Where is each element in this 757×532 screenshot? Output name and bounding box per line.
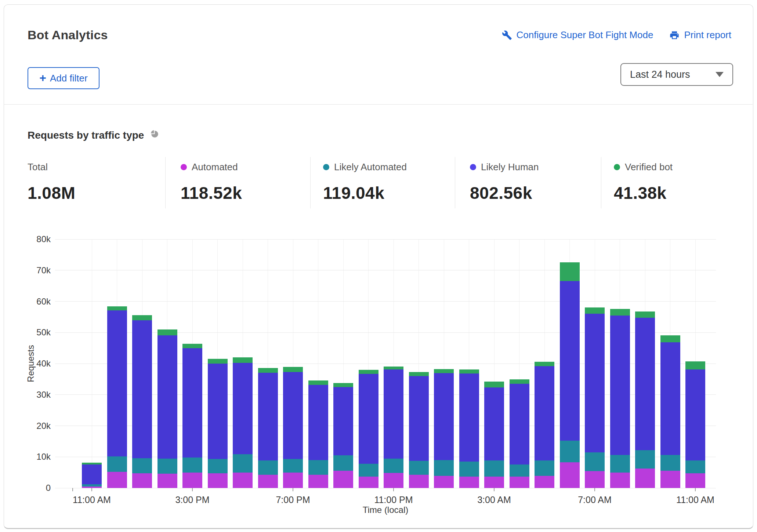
- bar-10-segment-verified-bot[interactable]: [333, 383, 353, 387]
- bar-24-segment-likely-human[interactable]: [685, 369, 705, 460]
- configure-super-bot-fight-mode-link[interactable]: Configure Super Bot Fight Mode: [502, 29, 653, 41]
- bar-0-segment-verified-bot[interactable]: [82, 463, 102, 464]
- bar-16-segment-verified-bot[interactable]: [484, 382, 504, 387]
- bar-24-segment-verified-bot[interactable]: [685, 361, 705, 369]
- bar-11-segment-likely-automated[interactable]: [359, 464, 378, 477]
- bar-6-segment-verified-bot[interactable]: [233, 357, 253, 363]
- bar-4-segment-likely-human[interactable]: [182, 348, 202, 458]
- stat-verified-bot[interactable]: Verified bot41.38k: [614, 161, 673, 203]
- bar-23-segment-likely-automated[interactable]: [660, 455, 680, 470]
- bar-16-segment-likely-automated[interactable]: [484, 460, 504, 477]
- bar-11-segment-verified-bot[interactable]: [359, 370, 378, 374]
- bar-10-segment-likely-human[interactable]: [333, 387, 353, 455]
- bar-2-segment-likely-automated[interactable]: [132, 458, 152, 474]
- stat-automated[interactable]: Automated118.52k: [181, 161, 242, 203]
- bar-23-segment-likely-human[interactable]: [660, 342, 680, 455]
- bar-7-segment-likely-automated[interactable]: [258, 460, 278, 474]
- bar-3-segment-automated[interactable]: [157, 474, 177, 488]
- bar-15-segment-verified-bot[interactable]: [459, 369, 479, 374]
- bar-5-segment-verified-bot[interactable]: [208, 359, 228, 364]
- bar-22-segment-verified-bot[interactable]: [635, 311, 655, 318]
- bar-9-segment-likely-automated[interactable]: [308, 460, 328, 475]
- time-range-dropdown[interactable]: Last 24 hours: [620, 63, 733, 86]
- bar-10-segment-automated[interactable]: [333, 471, 353, 488]
- bar-12-segment-automated[interactable]: [384, 473, 403, 488]
- bar-5-segment-likely-automated[interactable]: [208, 459, 228, 473]
- bar-5-segment-automated[interactable]: [208, 473, 228, 488]
- bar-1-segment-likely-human[interactable]: [107, 310, 127, 456]
- bar-13-segment-verified-bot[interactable]: [409, 372, 429, 376]
- bar-15-segment-likely-human[interactable]: [459, 374, 479, 462]
- bar-1-segment-verified-bot[interactable]: [107, 306, 127, 310]
- bar-12-segment-likely-human[interactable]: [384, 369, 403, 459]
- bar-12-segment-likely-automated[interactable]: [384, 459, 403, 473]
- bar-4-segment-verified-bot[interactable]: [182, 344, 202, 348]
- bar-3-segment-verified-bot[interactable]: [157, 329, 177, 335]
- bar-0-segment-likely-automated[interactable]: [82, 484, 102, 487]
- bar-4-segment-automated[interactable]: [182, 473, 202, 488]
- bar-11-segment-likely-human[interactable]: [359, 374, 378, 464]
- bar-9-segment-likely-human[interactable]: [308, 385, 328, 460]
- bar-21-segment-automated[interactable]: [610, 473, 630, 488]
- bar-20-segment-likely-human[interactable]: [585, 314, 605, 453]
- bar-21-segment-likely-automated[interactable]: [610, 455, 630, 473]
- bar-13-segment-likely-automated[interactable]: [409, 461, 429, 475]
- bar-18-segment-automated[interactable]: [535, 476, 554, 488]
- bar-7-segment-likely-human[interactable]: [258, 373, 278, 460]
- bar-20-segment-automated[interactable]: [585, 471, 605, 488]
- bar-17-segment-likely-human[interactable]: [510, 384, 529, 464]
- bar-6-segment-likely-human[interactable]: [233, 363, 253, 454]
- bar-9-segment-automated[interactable]: [308, 475, 328, 488]
- bar-14-segment-likely-human[interactable]: [434, 373, 454, 460]
- bar-23-segment-automated[interactable]: [660, 471, 680, 488]
- bar-19-segment-verified-bot[interactable]: [560, 262, 580, 281]
- bar-21-segment-likely-human[interactable]: [610, 316, 630, 455]
- bar-1-segment-automated[interactable]: [107, 472, 127, 488]
- bar-20-segment-verified-bot[interactable]: [585, 307, 605, 314]
- bar-7-segment-verified-bot[interactable]: [258, 368, 278, 373]
- bar-18-segment-likely-human[interactable]: [535, 366, 554, 461]
- bar-8-segment-likely-automated[interactable]: [283, 459, 303, 473]
- bar-6-segment-likely-automated[interactable]: [233, 454, 253, 472]
- bar-4-segment-likely-automated[interactable]: [182, 458, 202, 473]
- bar-2-segment-likely-human[interactable]: [132, 320, 152, 458]
- bar-24-segment-automated[interactable]: [685, 473, 705, 488]
- bar-5-segment-likely-human[interactable]: [208, 364, 228, 459]
- bar-21-segment-verified-bot[interactable]: [610, 309, 630, 316]
- bar-7-segment-automated[interactable]: [258, 475, 278, 488]
- bar-17-segment-automated[interactable]: [510, 477, 529, 488]
- bar-13-segment-automated[interactable]: [409, 475, 429, 488]
- stat-likely-automated[interactable]: Likely Automated119.04k: [323, 161, 407, 203]
- add-filter-button[interactable]: + Add filter: [28, 67, 99, 89]
- bar-22-segment-automated[interactable]: [635, 469, 655, 488]
- bar-2-segment-automated[interactable]: [132, 473, 152, 488]
- bar-14-segment-verified-bot[interactable]: [434, 369, 454, 373]
- bar-14-segment-automated[interactable]: [434, 476, 454, 488]
- bar-19-segment-likely-automated[interactable]: [560, 441, 580, 462]
- bar-3-segment-likely-human[interactable]: [157, 335, 177, 459]
- bar-22-segment-likely-automated[interactable]: [635, 450, 655, 469]
- bar-1-segment-likely-automated[interactable]: [107, 456, 127, 472]
- bar-13-segment-likely-human[interactable]: [409, 376, 429, 461]
- bar-19-segment-likely-human[interactable]: [560, 281, 580, 441]
- bar-20-segment-likely-automated[interactable]: [585, 452, 605, 471]
- bar-8-segment-likely-human[interactable]: [283, 372, 303, 459]
- bar-16-segment-likely-human[interactable]: [484, 387, 504, 460]
- bar-19-segment-automated[interactable]: [560, 462, 580, 488]
- bar-12-segment-verified-bot[interactable]: [384, 367, 403, 369]
- bar-17-segment-verified-bot[interactable]: [510, 379, 529, 384]
- bar-3-segment-likely-automated[interactable]: [157, 459, 177, 474]
- bar-17-segment-likely-automated[interactable]: [510, 464, 529, 477]
- bar-18-segment-verified-bot[interactable]: [535, 362, 554, 366]
- bar-0-segment-likely-human[interactable]: [82, 464, 102, 484]
- bar-14-segment-likely-automated[interactable]: [434, 460, 454, 476]
- bar-6-segment-automated[interactable]: [233, 473, 253, 488]
- bar-22-segment-likely-human[interactable]: [635, 318, 655, 450]
- bar-10-segment-likely-automated[interactable]: [333, 455, 353, 471]
- stat-total[interactable]: Total1.08M: [28, 161, 75, 203]
- bar-16-segment-automated[interactable]: [484, 477, 504, 488]
- bar-15-segment-likely-automated[interactable]: [459, 462, 479, 477]
- bar-24-segment-likely-automated[interactable]: [685, 460, 705, 473]
- bar-23-segment-verified-bot[interactable]: [660, 335, 680, 342]
- bar-8-segment-verified-bot[interactable]: [283, 367, 303, 372]
